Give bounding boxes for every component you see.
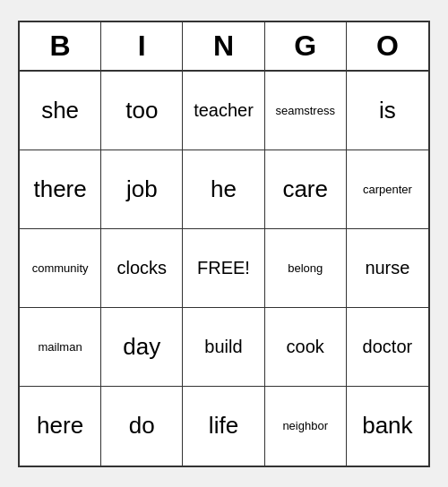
cell-text-12: FREE!: [197, 258, 250, 278]
bingo-cell-17: build: [183, 308, 264, 387]
bingo-cell-15: mailman: [20, 308, 101, 387]
cell-text-4: is: [379, 97, 396, 124]
bingo-cell-16: day: [101, 308, 183, 387]
bingo-cell-22: life: [183, 387, 264, 466]
bingo-cell-21: do: [101, 387, 183, 466]
bingo-cell-18: cook: [265, 308, 347, 387]
cell-text-9: carpenter: [363, 183, 412, 196]
bingo-cell-12: FREE!: [183, 229, 264, 308]
bingo-card: BINGO shetooteacherseamstressistherejobh…: [18, 21, 430, 467]
bingo-cell-20: here: [20, 387, 101, 466]
cell-text-7: he: [211, 175, 237, 203]
cell-text-10: community: [32, 261, 89, 275]
cell-text-2: teacher: [194, 100, 254, 121]
cell-text-19: doctor: [363, 337, 413, 357]
cell-text-16: day: [123, 333, 160, 361]
cell-text-14: nurse: [365, 258, 409, 278]
cell-text-11: clocks: [117, 258, 168, 278]
cell-text-1: too: [125, 97, 158, 124]
bingo-cell-5: there: [20, 150, 101, 229]
bingo-cell-8: care: [265, 150, 347, 229]
bingo-cell-10: community: [20, 229, 101, 308]
bingo-cell-9: carpenter: [347, 150, 428, 229]
bingo-cell-23: neighbor: [265, 387, 347, 466]
cell-text-22: life: [209, 412, 238, 440]
cell-text-13: belong: [288, 261, 323, 275]
cell-text-24: bank: [362, 412, 412, 440]
bingo-cell-0: she: [20, 72, 101, 150]
bingo-cell-4: is: [347, 72, 428, 150]
bingo-cell-11: clocks: [101, 229, 183, 308]
cell-text-5: there: [33, 175, 86, 203]
bingo-cell-2: teacher: [183, 72, 264, 150]
cell-text-6: job: [126, 175, 158, 203]
bingo-header: BINGO: [20, 22, 428, 72]
cell-text-21: do: [129, 412, 155, 440]
cell-text-18: cook: [287, 337, 324, 357]
cell-text-15: mailman: [39, 340, 82, 354]
bingo-cell-14: nurse: [347, 229, 428, 308]
bingo-cell-6: job: [101, 150, 183, 229]
header-cell-g: G: [265, 22, 347, 70]
bingo-grid: shetooteacherseamstressistherejobhecarec…: [20, 72, 428, 466]
bingo-cell-13: belong: [265, 229, 347, 308]
cell-text-3: seamstress: [275, 104, 334, 117]
bingo-cell-24: bank: [347, 387, 428, 466]
cell-text-8: care: [282, 175, 328, 203]
bingo-cell-7: he: [183, 150, 264, 229]
header-cell-b: B: [20, 22, 101, 70]
header-cell-n: N: [183, 22, 264, 70]
bingo-cell-3: seamstress: [265, 72, 347, 150]
cell-text-20: here: [37, 412, 83, 440]
bingo-cell-1: too: [101, 72, 183, 150]
cell-text-17: build: [204, 337, 242, 357]
header-cell-i: I: [101, 22, 183, 70]
bingo-cell-19: doctor: [347, 308, 428, 387]
cell-text-0: she: [41, 97, 79, 124]
cell-text-23: neighbor: [282, 419, 328, 432]
header-cell-o: O: [347, 22, 428, 70]
